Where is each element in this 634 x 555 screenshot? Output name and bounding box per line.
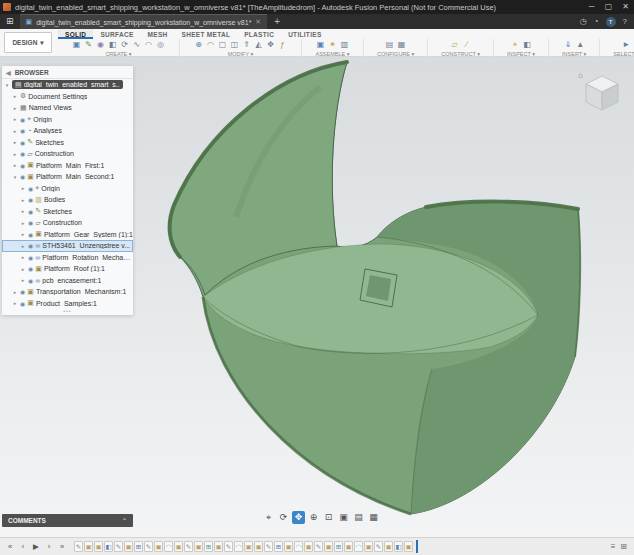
chevron-closed-icon[interactable]: ▸ [20,231,26,237]
browser-resize-handle[interactable]: ••• [2,309,133,313]
shell-icon[interactable]: ▢ [217,39,228,50]
sketch-feature[interactable]: ✎ [224,541,233,552]
chevron-closed-icon[interactable]: ▸ [12,151,18,157]
browser-row-digital-twin-enabled-smart-s[interactable]: ▾▤digital_twin_enabled_smart_s.. [2,79,133,91]
fillet-feature[interactable]: ◠ [234,541,243,552]
chevron-closed-icon[interactable]: ▸ [12,116,18,122]
offset-face-icon[interactable]: ⇑ [241,39,252,50]
visibility-eye-icon[interactable]: ◉ [28,277,33,284]
browser-row-platform-gear-system-1-1[interactable]: ▸◉▣Platform_Gear_System (1):1 [2,229,133,241]
component-feature[interactable]: ▣ [154,541,163,552]
collapse-panel-icon[interactable]: ◀ [6,69,11,76]
visibility-eye-icon[interactable]: ◉ [28,185,33,192]
comments-expand-icon[interactable]: ⌃ [122,517,127,524]
new-tab-button[interactable]: + [267,16,287,27]
visibility-eye-icon[interactable]: ◉ [20,162,25,169]
extrude-feature[interactable]: ◧ [394,541,403,552]
component-feature[interactable]: ▣ [244,541,253,552]
timeline-options-icon[interactable]: ≡ [611,542,616,551]
split-body-icon[interactable]: ◭ [253,39,264,50]
visibility-eye-icon[interactable]: ◉ [28,208,33,215]
sketch-feature[interactable]: ✎ [374,541,383,552]
browser-row-analyses[interactable]: ▸◉◔Analyses [2,125,133,137]
chevron-closed-icon[interactable]: ▸ [20,220,26,226]
play-button[interactable]: ▶ [30,540,42,553]
app-grid-icon[interactable]: ⊞ [0,14,20,29]
timeline-playhead[interactable] [416,540,418,553]
sketch-feature[interactable]: ✎ [314,541,323,552]
ribbon-tab-plastic[interactable]: PLASTIC [237,29,281,39]
change-parameters-icon[interactable]: ƒ [277,39,288,50]
chevron-open-icon[interactable]: ▾ [12,174,18,180]
browser-row-named-views[interactable]: ▸▦Named Views [2,102,133,114]
visibility-eye-icon[interactable]: ◉ [20,127,25,134]
help-icon[interactable]: ? [623,17,627,26]
visibility-eye-icon[interactable]: ◉ [28,254,33,261]
view-cube[interactable]: ⌂ [578,69,626,117]
zoom-icon[interactable]: ⊕ [307,511,320,524]
browser-row-platform-rotation-mechanism[interactable]: ▸◉∞Platform_Rotation_Mechanism [2,252,133,264]
ribbon-tab-solid[interactable]: SOLID [58,29,93,39]
construction-plane-icon[interactable]: ▱ [449,39,460,50]
chevron-closed-icon[interactable]: ▸ [20,266,26,272]
assemble-new-component-icon[interactable]: ▣ [315,39,326,50]
chevron-closed-icon[interactable]: ▸ [12,139,18,145]
component-feature[interactable]: ▣ [324,541,333,552]
minimize-button[interactable]: ─ [583,0,600,14]
component-feature[interactable]: ▣ [194,541,203,552]
joint-feature[interactable]: ⊞ [134,541,143,552]
browser-row-document-settings[interactable]: ▸⚙Document Settings [2,91,133,103]
visibility-eye-icon[interactable]: ◉ [28,196,33,203]
configuration-icon[interactable]: ▤ [384,39,395,50]
browser-row-sketches[interactable]: ▸◉✎Sketches [2,206,133,218]
component-feature[interactable]: ▣ [174,541,183,552]
ribbon-tab-sheet-metal[interactable]: SHEET METAL [175,29,238,39]
browser-row-sth53461-unzengstree-v[interactable]: ▸◉∞STH53461_Unzengstree v... [2,240,133,252]
chevron-closed-icon[interactable]: ▸ [12,93,18,99]
sketch-feature[interactable]: ✎ [144,541,153,552]
new-component-icon[interactable]: ▣ [71,39,82,50]
chevron-open-icon[interactable]: ▾ [4,82,10,88]
model-3d[interactable] [130,57,634,537]
chevron-closed-icon[interactable]: ▸ [20,243,26,249]
sweep-icon[interactable]: ∿ [131,39,142,50]
section-analysis-icon[interactable]: ◧ [522,39,533,50]
home-icon[interactable]: ⌂ [578,71,583,80]
chevron-closed-icon[interactable]: ▸ [20,208,26,214]
sketch-feature[interactable]: ✎ [74,541,83,552]
avatar[interactable]: T [606,17,616,27]
component-feature[interactable]: ▣ [94,541,103,552]
go-to-end-button[interactable]: » [56,540,68,553]
joint-feature[interactable]: ⊞ [274,541,283,552]
visibility-eye-icon[interactable]: ◉ [20,288,25,295]
browser-row-construction[interactable]: ▸◉▱Construction [2,148,133,160]
browser-row-transportation-mechanism-1[interactable]: ▸◉▣Transportation_Mechanism:1 [2,286,133,298]
chevron-closed-icon[interactable]: ▸ [20,277,26,283]
visibility-eye-icon[interactable]: ◉ [20,150,25,157]
visibility-eye-icon[interactable]: ◉ [20,116,25,123]
create-sketch-icon[interactable]: ✎ [83,39,94,50]
fillet-feature[interactable]: ◠ [354,541,363,552]
browser-row-bodies[interactable]: ▸◉▥Bodies [2,194,133,206]
fillet-icon[interactable]: ◠ [205,39,216,50]
display-settings-icon[interactable]: ▣ [337,511,350,524]
configure-table-icon[interactable]: ▦ [396,39,407,50]
visibility-eye-icon[interactable]: ◉ [28,219,33,226]
pan-icon[interactable]: ✥ [292,511,305,524]
component-feature[interactable]: ▣ [84,541,93,552]
fit-icon[interactable]: ⊡ [322,511,335,524]
component-feature[interactable]: ▣ [124,541,133,552]
chevron-closed-icon[interactable]: ▸ [12,162,18,168]
workspace-selector[interactable]: DESIGN ▾ [4,32,52,53]
orbit-icon[interactable]: ⟳ [277,511,290,524]
browser-row-platform-roof-1-1[interactable]: ▸◉▣Platform_Roof (1):1 [2,263,133,275]
document-tab[interactable]: ▣ digital_twin_enabled_smart_shipping_wo… [20,14,268,29]
chevron-closed-icon[interactable]: ▸ [20,254,26,260]
browser-row-pcb-encasement-1[interactable]: ▸◉∞pcb_encasement:1 [2,275,133,287]
component-feature[interactable]: ▣ [304,541,313,552]
component-feature[interactable]: ▣ [254,541,263,552]
select-icon[interactable]: ► [621,39,632,50]
visibility-eye-icon[interactable]: ◉ [28,231,33,238]
comments-bar[interactable]: COMMENTS ⌃ [2,514,133,527]
loft-icon[interactable]: ◠ [143,39,154,50]
